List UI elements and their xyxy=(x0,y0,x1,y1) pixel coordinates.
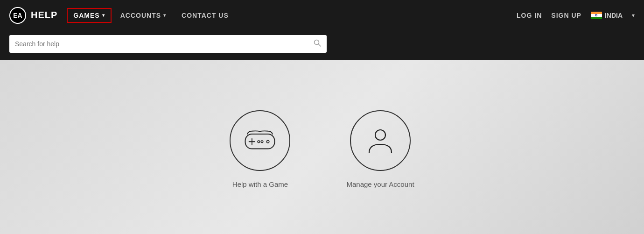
nav-links: GAMES ▾ ACCOUNTS ▾ CONTACT US xyxy=(67,8,512,23)
account-label: Manage your Account xyxy=(346,180,414,188)
svg-point-8 xyxy=(375,130,385,140)
region-label: INDIA xyxy=(605,12,623,19)
games-chevron-icon: ▾ xyxy=(102,13,105,18)
nav-item-contact[interactable]: CONTACT US xyxy=(175,8,235,23)
search-button[interactable] xyxy=(314,39,321,49)
navbar: EA HELP GAMES ▾ ACCOUNTS ▾ CONTACT US LO… xyxy=(0,0,644,30)
search-bar xyxy=(9,35,327,53)
manage-account-item[interactable]: Manage your Account xyxy=(346,110,414,188)
person-icon xyxy=(364,124,397,157)
svg-point-7 xyxy=(267,141,269,143)
nav-right: LOG IN SIGN UP INDIA ▾ xyxy=(517,12,635,19)
search-input[interactable] xyxy=(15,40,310,48)
game-label: Help with a Game xyxy=(232,180,288,188)
main-content: Help with a Game Manage your Account xyxy=(0,60,644,234)
region-selector[interactable]: INDIA xyxy=(591,12,623,19)
logo-area: EA HELP xyxy=(9,7,57,24)
india-flag-icon xyxy=(591,12,602,19)
search-bar-container xyxy=(0,30,644,60)
signup-button[interactable]: SIGN UP xyxy=(551,12,581,19)
region-dropdown-icon[interactable]: ▾ xyxy=(632,12,635,19)
help-title: HELP xyxy=(31,10,57,21)
nav-item-games[interactable]: GAMES ▾ xyxy=(67,8,111,23)
accounts-chevron-icon: ▾ xyxy=(163,13,166,18)
svg-point-5 xyxy=(258,141,260,143)
svg-line-1 xyxy=(319,44,321,47)
account-circle xyxy=(350,110,411,171)
nav-item-accounts[interactable]: ACCOUNTS ▾ xyxy=(114,8,173,23)
gamepad-icon xyxy=(243,124,277,157)
help-game-item[interactable]: Help with a Game xyxy=(230,110,290,188)
login-button[interactable]: LOG IN xyxy=(517,12,542,19)
icons-row: Help with a Game Manage your Account xyxy=(230,110,414,188)
search-icon xyxy=(314,39,321,47)
svg-point-6 xyxy=(261,141,264,143)
gamepad-circle xyxy=(230,110,290,171)
ea-logo: EA xyxy=(9,7,26,24)
